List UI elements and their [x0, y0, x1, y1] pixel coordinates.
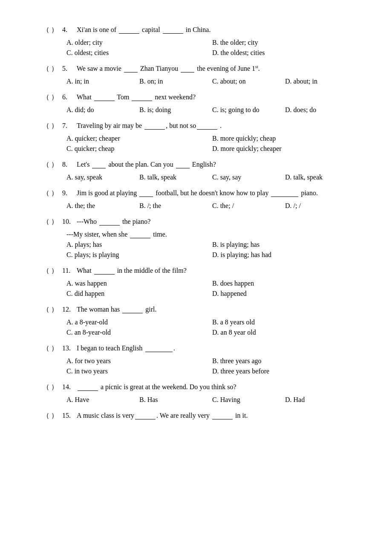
q12-text: The woman has girl. [77, 306, 358, 313]
q4-option-a: A. older; city [66, 39, 212, 46]
q8-option-c: C. say, say [212, 173, 285, 181]
q8-option-d: D. talk, speak [285, 173, 358, 181]
bracket-right: ） [51, 121, 58, 130]
q4-text: Xi'an is one of capital in China. [77, 26, 358, 34]
bracket-right: ） [51, 160, 58, 169]
q12-option-a: A. a 8-year-old [66, 318, 212, 326]
bracket-left: （ [43, 189, 49, 198]
bracket-left: （ [43, 266, 49, 275]
q10-text1: ---Who the piano? [77, 218, 358, 225]
q14-option-d: D. Had [285, 396, 358, 404]
q5-text: We saw a movie Zhan Tianyou the evening … [77, 64, 358, 72]
q6-options: A. did; do B. is; doing C. is; going to … [66, 106, 358, 114]
q5-option-c: C. about; on [212, 78, 285, 85]
q5-option-a: A. in; in [66, 78, 139, 85]
q13-options: A. for two years B. three years ago C. i… [66, 357, 358, 375]
bracket-left: （ [43, 383, 49, 392]
bracket-left: （ [43, 344, 49, 353]
question-12: （ ） 12. The woman has girl. A. a 8-year-… [43, 305, 358, 336]
q9-options: A. the; the B. /; the C. the; / D. /; / [66, 202, 358, 210]
q6-option-c: C. is; going to do [212, 106, 285, 114]
q9-option-b: B. /; the [139, 202, 212, 210]
bracket-right: ） [51, 93, 58, 102]
q13-text: I began to teach English . [77, 344, 358, 352]
q13-line: （ ） 13. I began to teach English . [43, 344, 358, 353]
q13-option-d: D. three years before [212, 367, 358, 375]
q7-options: A. quicker; cheaper B. more quickly; che… [66, 135, 358, 153]
question-5: （ ） 5. We saw a movie Zhan Tianyou the e… [43, 64, 358, 85]
q12-option-c: C. an 8-year-old [66, 329, 212, 336]
q7-option-d: D. more quickly; cheaper [212, 145, 358, 153]
q15-line: （ ） 15. A music class is very. We are re… [43, 411, 358, 420]
q12-options: A. a 8-year-old B. a 8 years old C. an 8… [66, 318, 358, 336]
question-11: （ ） 11. What in the middle of the film? … [43, 266, 358, 298]
q6-line: （ ） 6. What Tom next weekend? [43, 93, 358, 102]
q13-option-a: A. for two years [66, 357, 212, 365]
q8-text: Let's about the plan. Can you English? [77, 161, 358, 168]
q9-line: （ ） 9. Jim is good at playing football, … [43, 189, 358, 198]
q9-option-d: D. /; / [285, 202, 358, 210]
q13-number: 13. [62, 344, 74, 352]
q7-line: （ ） 7. Traveling by air may be , but not… [43, 121, 358, 130]
q4-options: A. older; city B. the older; city C. old… [66, 39, 358, 57]
q11-options: A. was happen B. does happen C. did happ… [66, 280, 358, 298]
q14-number: 14. [62, 383, 74, 391]
q11-option-b: B. does happen [212, 280, 358, 287]
q7-option-c: C. quicker; cheap [66, 145, 212, 153]
question-10: （ ） 10. ---Who the piano? ---My sister, … [43, 217, 358, 259]
q4-number: 4. [62, 26, 74, 34]
q9-option-a: A. the; the [66, 202, 139, 210]
q11-option-c: C. did happen [66, 290, 212, 298]
bracket-right: ） [51, 217, 58, 226]
exam-content: （ ） 4. Xi'an is one of capital in China.… [43, 26, 358, 420]
q7-text: Traveling by air may be , but not so . [77, 122, 358, 130]
q8-option-b: B. talk, speak [139, 173, 212, 181]
q14-options: A. Have B. Has C. Having D. Had [66, 396, 358, 404]
question-4: （ ） 4. Xi'an is one of capital in China.… [43, 26, 358, 57]
q11-line: （ ） 11. What in the middle of the film? [43, 266, 358, 275]
bracket-left: （ [43, 93, 49, 102]
q10-line1: （ ） 10. ---Who the piano? [43, 217, 358, 226]
question-15: （ ） 15. A music class is very. We are re… [43, 411, 358, 420]
q14-option-c: C. Having [212, 396, 285, 404]
q15-number: 15. [62, 412, 74, 419]
q12-option-d: D. an 8 year old [212, 329, 358, 336]
bracket-left: （ [43, 217, 49, 226]
q12-option-b: B. a 8 years old [212, 318, 358, 326]
bracket-right: ） [51, 383, 58, 392]
question-9: （ ） 9. Jim is good at playing football, … [43, 189, 358, 210]
q10-option-a: A. plays; has [66, 241, 212, 249]
q5-option-d: D. about; in [285, 78, 358, 85]
bracket-right: ） [51, 26, 58, 35]
q12-number: 12. [62, 306, 74, 313]
bracket-left: （ [43, 121, 49, 130]
question-7: （ ） 7. Traveling by air may be , but not… [43, 121, 358, 153]
bracket-right: ） [51, 305, 58, 314]
q13-option-b: B. three years ago [212, 357, 358, 365]
q4-line: （ ） 4. Xi'an is one of capital in China. [43, 26, 358, 35]
q5-options: A. in; in B. on; in C. about; on D. abou… [66, 78, 358, 85]
question-13: （ ） 13. I began to teach English . A. fo… [43, 344, 358, 375]
q14-option-b: B. Has [139, 396, 212, 404]
q9-text: Jim is good at playing football, but he … [77, 189, 358, 197]
q8-line: （ ） 8. Let's about the plan. Can you Eng… [43, 160, 358, 169]
bracket-right: ） [51, 411, 58, 420]
bracket-left: （ [43, 160, 49, 169]
q6-text: What Tom next weekend? [77, 93, 358, 101]
q8-number: 8. [62, 161, 74, 168]
q11-option-d: D. happened [212, 290, 358, 298]
q8-option-a: A. say, speak [66, 173, 139, 181]
q7-number: 7. [62, 122, 74, 130]
q10-options: A. plays; has B. is playing; has C. play… [66, 241, 358, 259]
q7-option-b: B. more quickly; cheap [212, 135, 358, 142]
question-14: （ ） 14. a picnic is great at the weekend… [43, 383, 358, 404]
q6-option-d: D. does; do [285, 106, 358, 114]
q13-option-c: C. in two years [66, 367, 212, 375]
q14-line: （ ） 14. a picnic is great at the weekend… [43, 383, 358, 392]
q10-number: 10. [62, 218, 74, 225]
question-6: （ ） 6. What Tom next weekend? A. did; do… [43, 93, 358, 114]
q4-option-d: D. the oldest; cities [212, 49, 358, 57]
q9-number: 9. [62, 189, 74, 197]
q11-text: What in the middle of the film? [77, 267, 358, 275]
q5-option-b: B. on; in [139, 78, 212, 85]
